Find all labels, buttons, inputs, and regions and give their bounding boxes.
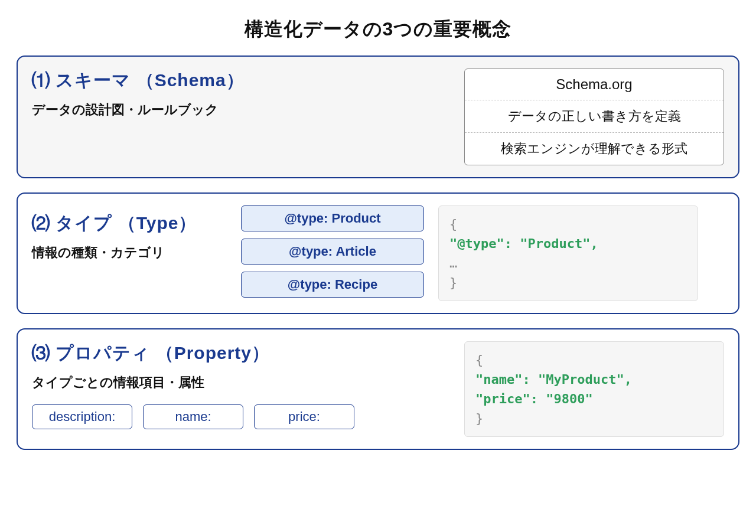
type-subheading: 情報の種類・カテゴリ	[32, 244, 227, 262]
property-chip-price: price:	[254, 404, 354, 429]
type-heading: ⑵ タイプ （Type）	[32, 211, 227, 236]
code-line-price: "price": "9800"	[475, 389, 713, 409]
property-heading: ⑶ プロパティ （Property）	[32, 341, 450, 365]
type-card: ⑵ タイプ （Type） 情報の種類・カテゴリ @type: Product @…	[17, 192, 739, 314]
code-brace-close: }	[475, 409, 713, 428]
schema-card: ⑴ スキーマ （Schema） データの設計図・ルールブック Schema.or…	[17, 56, 739, 178]
code-line-name: "name": "MyProduct",	[475, 370, 713, 389]
code-brace-close: }	[449, 273, 687, 292]
property-card: ⑶ プロパティ （Property） タイプごとの情報項目・属性 descrip…	[17, 328, 739, 450]
schema-subheading: データの設計図・ルールブック	[32, 101, 450, 119]
type-pill-product: @type: Product	[241, 205, 424, 231]
property-code-example: { "name": "MyProduct", "price": "9800" }	[464, 341, 724, 437]
property-button-row: description: name: price:	[32, 404, 450, 429]
page-title: 構造化データの3つの重要概念	[17, 17, 739, 43]
type-pill-article: @type: Article	[241, 239, 424, 265]
type-code-example: { "@type": "Product", … }	[438, 205, 698, 301]
code-brace-open: {	[449, 214, 687, 234]
type-pill-list: @type: Product @type: Article @type: Rec…	[241, 205, 424, 298]
schema-heading: ⑴ スキーマ （Schema）	[32, 68, 450, 93]
schema-box-row-2: データの正しい書き方を定義	[465, 100, 724, 133]
schema-box-row-3: 検索エンジンが理解できる形式	[465, 133, 724, 165]
schema-box-row-1: Schema.org	[465, 69, 724, 100]
property-chip-description: description:	[32, 404, 132, 429]
property-chip-name: name:	[143, 404, 243, 429]
property-subheading: タイプごとの情報項目・属性	[32, 374, 450, 391]
code-ellipsis: …	[449, 253, 687, 273]
type-pill-recipe: @type: Recipe	[241, 272, 424, 298]
code-brace-open: {	[475, 350, 713, 370]
code-line-type: "@type": "Product",	[449, 234, 687, 253]
schema-info-box: Schema.org データの正しい書き方を定義 検索エンジンが理解できる形式	[464, 68, 724, 165]
